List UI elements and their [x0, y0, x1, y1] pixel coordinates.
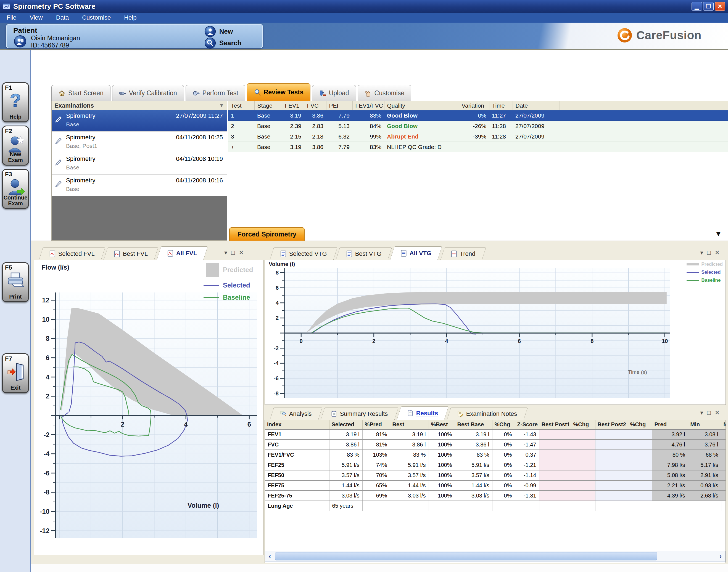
- results-table-cell: 0%: [492, 460, 515, 470]
- collapse-pin-icon[interactable]: ▼: [715, 230, 722, 238]
- table-row[interactable]: +Base3.193.867.7983%NLHEP QC Grade: D: [228, 142, 728, 152]
- svg-text:6: 6: [247, 421, 251, 428]
- tab-best-fvl[interactable]: Best FVL: [104, 247, 159, 260]
- results-table-header[interactable]: Pred: [652, 420, 688, 429]
- table-row[interactable]: 1Base3.193.867.7983%Good Blow0%11:2727/0…: [228, 111, 728, 121]
- test-table-header[interactable]: PEF: [326, 101, 352, 111]
- test-table-header[interactable]: FEV1: [282, 101, 304, 111]
- examinations-header[interactable]: Examinations ▼: [52, 101, 227, 110]
- tab-examination-notes[interactable]: Examination Notes: [447, 408, 528, 420]
- results-table-header[interactable]: Best Base: [455, 420, 492, 429]
- results-table-row[interactable]: Lung Age65 years: [265, 501, 726, 511]
- vtg-dropdown-icon[interactable]: ▾: [700, 249, 703, 256]
- table-row[interactable]: 2Base2.392.835.1384%Good Blow-26%11:2827…: [228, 121, 728, 131]
- tab-review-tests[interactable]: Review Tests: [247, 83, 310, 101]
- tab-customise[interactable]: Customise: [358, 85, 412, 101]
- tab-best-vtg[interactable]: Best VTG: [336, 247, 392, 260]
- vtg-close-icon[interactable]: ✕: [715, 249, 720, 256]
- exam-list-item[interactable]: SpirometryBase04/11/2008 10:19: [52, 153, 227, 175]
- results-table-header[interactable]: %Chg: [571, 420, 595, 429]
- tab-perform-test[interactable]: Perform Test: [186, 85, 245, 101]
- results-table-row[interactable]: FEF255.91 l/s74%5.91 l/s100%5.91 l/s0%-1…: [265, 460, 726, 470]
- results-table-row[interactable]: FEV1/FVC83 %103%83 %100%83 %0%0.3780 %68…: [265, 450, 726, 460]
- fkey-label: F2: [5, 128, 12, 135]
- test-table-cell: Good Blow: [384, 121, 459, 131]
- exam-list-item[interactable]: SpirometryBase, Post104/11/2008 10:25: [52, 132, 227, 153]
- sidebar-button-exit[interactable]: F7Exit: [2, 353, 29, 393]
- scroll-left-icon[interactable]: ‹: [265, 551, 275, 562]
- results-table-header[interactable]: Z-Score: [515, 420, 539, 429]
- horizontal-scrollbar[interactable]: ‹ ›: [265, 551, 726, 562]
- tab-results[interactable]: Results: [397, 407, 449, 420]
- test-table-header[interactable]: [559, 101, 728, 111]
- scroll-right-icon[interactable]: ›: [716, 551, 725, 562]
- results-table-cell: [721, 491, 726, 501]
- test-table-header[interactable]: FEV1/FVC: [352, 101, 384, 111]
- results-table-header[interactable]: %Chg: [628, 420, 652, 429]
- results-table-header[interactable]: Best Post2: [595, 420, 628, 429]
- menu-item-help[interactable]: Help: [117, 13, 143, 23]
- close-button[interactable]: ✕: [715, 2, 725, 11]
- tab-summary-results[interactable]: Summary Results: [321, 408, 399, 420]
- test-table-header[interactable]: Variation: [459, 101, 489, 111]
- results-close-icon[interactable]: ✕: [715, 409, 720, 416]
- menu-item-file[interactable]: File: [0, 13, 23, 23]
- table-row[interactable]: 3Base2.152.186.3299%Abrupt End-39%11:282…: [228, 131, 728, 142]
- test-table-header[interactable]: Quality: [384, 101, 459, 111]
- results-table-header[interactable]: Selected: [329, 420, 362, 429]
- tab-all-vtg[interactable]: All VTG: [390, 246, 442, 260]
- sidebar-button-help[interactable]: F1?Help: [2, 82, 29, 122]
- test-table-header[interactable]: Date: [512, 101, 559, 111]
- tab-selected-vtg[interactable]: Selected VTG: [270, 247, 338, 260]
- results-table-header[interactable]: Max: [721, 420, 726, 429]
- new-patient-button[interactable]: New: [204, 26, 233, 37]
- results-table-row[interactable]: FEF751.44 l/s65%1.44 l/s100%1.44 l/s0%-0…: [265, 480, 726, 491]
- results-table-row[interactable]: FEF503.57 l/s70%3.57 l/s100%3.57 l/s0%-1…: [265, 470, 726, 480]
- fvl-dropdown-icon[interactable]: ▾: [224, 249, 227, 256]
- restore-button[interactable]: ❐: [703, 2, 714, 11]
- test-table-header[interactable]: FVC: [304, 101, 326, 111]
- tab-upload[interactable]: Upload: [312, 85, 356, 101]
- results-table-row[interactable]: FEF25-753.03 l/s69%3.03 l/s100%3.03 l/s0…: [265, 491, 726, 501]
- results-table-header[interactable]: %Best: [429, 420, 455, 429]
- tab-trend[interactable]: Trend: [440, 247, 486, 260]
- tab-all-fvl[interactable]: All FVL: [157, 246, 208, 260]
- menu-item-data[interactable]: Data: [49, 13, 75, 23]
- minimize-button[interactable]: ▁: [691, 2, 702, 11]
- results-dropdown-icon[interactable]: ▾: [700, 409, 703, 416]
- scrollbar-thumb[interactable]: [275, 552, 657, 560]
- fvl-close-icon[interactable]: ✕: [239, 249, 244, 256]
- vtg-maximize-icon[interactable]: □: [707, 249, 711, 256]
- sidebar-button-continue-exam[interactable]: F3Continue Exam: [2, 169, 29, 209]
- results-table-header[interactable]: %Chg: [492, 420, 515, 429]
- fvl-maximize-icon[interactable]: □: [231, 249, 235, 256]
- exam-list-item[interactable]: SpirometryBase27/07/2009 11:27: [52, 110, 227, 132]
- results-maximize-icon[interactable]: □: [707, 409, 711, 416]
- results-table-header[interactable]: Best Post1: [539, 420, 571, 429]
- results-table-header[interactable]: Min: [688, 420, 721, 429]
- tab-start-screen[interactable]: Start Screen: [51, 85, 111, 101]
- search-patient-button[interactable]: Search: [204, 37, 241, 49]
- results-table-row[interactable]: FVC3.86 l81%3.86 l100%3.86 l0%-1.474.76 …: [265, 440, 726, 450]
- results-table-header[interactable]: Index: [265, 420, 329, 429]
- sidebar-button-new-exam[interactable]: F2New Exam: [2, 126, 29, 165]
- menu-item-view[interactable]: View: [23, 13, 49, 23]
- tab-forced-spirometry[interactable]: Forced Spirometry: [229, 227, 305, 240]
- test-table-header[interactable]: Test: [228, 101, 254, 111]
- test-table-cell: 5.13: [326, 121, 352, 131]
- tab-analysis[interactable]: Analysis: [270, 408, 322, 420]
- exam-list-item[interactable]: SpirometryBase04/11/2008 10:16: [52, 175, 227, 196]
- sidebar-button-print[interactable]: F5Print: [2, 262, 29, 302]
- results-table-cell: 0%: [492, 450, 515, 460]
- tab-verify-calibration[interactable]: Verify Calibration: [112, 85, 184, 101]
- results-table-header[interactable]: Best: [390, 420, 429, 429]
- patient-id: ID: 45667789: [31, 42, 69, 49]
- results-table-header[interactable]: %Pred: [362, 420, 390, 429]
- test-table-header[interactable]: Stage: [254, 101, 282, 111]
- results-table-row[interactable]: FEV13.19 l81%3.19 l100%3.19 l0%-1.433.92…: [265, 429, 726, 440]
- filter-dropdown-icon[interactable]: ▼: [219, 103, 224, 109]
- results-table-cell: [539, 429, 571, 440]
- menu-item-customise[interactable]: Customise: [75, 13, 117, 23]
- tab-selected-fvl[interactable]: Selected FVL: [39, 247, 105, 260]
- test-table-header[interactable]: Time: [489, 101, 512, 111]
